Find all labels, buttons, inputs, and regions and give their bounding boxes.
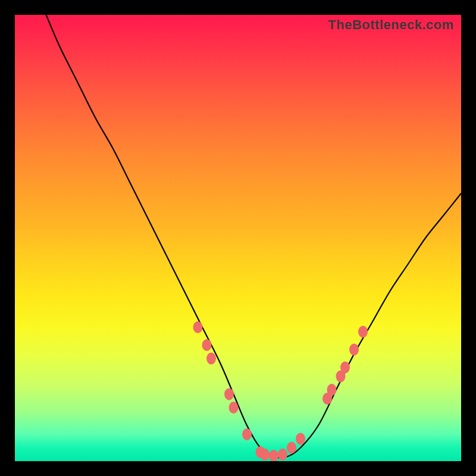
highlight-dot — [358, 326, 368, 338]
highlight-dot — [336, 371, 346, 383]
highlight-dot — [242, 428, 252, 440]
highlight-dot — [287, 442, 296, 454]
bottleneck-curve — [46, 15, 462, 458]
highlight-dot — [322, 393, 332, 405]
highlight-dot — [327, 384, 337, 396]
chart-svg — [15, 15, 461, 461]
highlight-dot — [260, 449, 270, 461]
highlight-dots — [193, 321, 368, 461]
highlight-dot — [193, 321, 203, 333]
highlight-dot — [202, 339, 212, 351]
highlight-dot — [256, 446, 265, 458]
highlight-dot — [224, 389, 234, 400]
plot-area: TheBottleneck.com — [15, 15, 461, 461]
highlight-dot — [229, 402, 239, 414]
highlight-dot — [340, 362, 350, 374]
highlight-dot — [296, 433, 305, 445]
highlight-dot — [269, 450, 278, 461]
highlight-dot — [349, 344, 359, 356]
chart-frame: TheBottleneck.com — [0, 0, 476, 476]
highlight-dot — [278, 449, 287, 461]
highlight-dot — [206, 353, 216, 365]
watermark-label: TheBottleneck.com — [328, 17, 454, 33]
